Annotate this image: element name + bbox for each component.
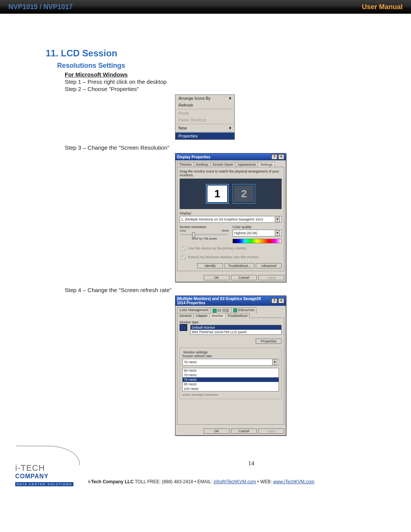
dropdown-arrow-icon (272, 359, 277, 365)
header-product: NVP1015 / NVP1017 (8, 3, 73, 11)
tabs-row: Color Management S3 信息 S3DuoVue General … (175, 306, 286, 318)
list-item[interactable]: 60 Hertz (183, 368, 279, 373)
colorquality-dropdown[interactable]: Highest (32 bit) (233, 230, 282, 236)
context-menu: Arrange Icons By Refresh Paste Paste Sho… (175, 94, 235, 140)
logo-tagline: DATA CENTER SOLUTIONS (15, 482, 73, 486)
drag-hint: Drag the monitor icons to match the phys… (180, 169, 282, 177)
footer-web-link[interactable]: www.iTechKVM.com (273, 479, 315, 484)
troubleshoot-button[interactable]: Troubleshoot... (225, 263, 254, 268)
identify-button[interactable]: Identify (197, 263, 223, 268)
extend-desktop-checkbox: Extend my Windows desktop onto this moni… (180, 254, 282, 261)
tab-themes[interactable]: Themes (177, 162, 194, 167)
ctx-refresh-label: Refresh (178, 103, 193, 107)
apply-button[interactable]: Apply (258, 275, 284, 280)
ctx-arrange-label: Arrange Icons By (178, 96, 210, 101)
monitor-arrangement[interactable]: 1 2 (180, 179, 282, 209)
monitor-2-icon[interactable]: 2 (233, 184, 255, 204)
list-item[interactable]: 70 Hertz (183, 373, 279, 377)
footer-text: i-Tech Company LLC TOLL FREE: (888) 483-… (81, 479, 396, 487)
monitor-settings-group: Monitor settings Screen refresh rate: 75… (180, 348, 282, 399)
footer-email-link[interactable]: info@iTechKVM.com (213, 479, 256, 484)
company-logo: i-TECH COMPANY DATA CENTER SOLUTIONS (15, 446, 81, 487)
window-titlebar[interactable]: Display Properties ? × (175, 153, 286, 160)
ctx-paste-shortcut: Paste Shortcut (175, 117, 234, 123)
header-bar: NVP1015 / NVP1017 User Manual (0, 0, 411, 14)
apply-button[interactable]: Apply (258, 428, 284, 434)
resolution-slider[interactable] (180, 234, 228, 235)
step-1: Step 1 – Press right click on the deskto… (65, 78, 365, 85)
footer-company: i-Tech Company LLC (88, 479, 134, 484)
tab-adapter[interactable]: Adapter (193, 313, 210, 318)
display-label: Display: (180, 211, 282, 215)
monitor-pane: Monitor type Default Monitor IBM ThinkPa… (177, 318, 284, 425)
refresh-rate-list[interactable]: 60 Hertz 70 Hertz 75 Hertz 85 Hertz 100 … (182, 368, 279, 391)
tab-monitor[interactable]: Monitor (210, 313, 226, 318)
window-titlebar[interactable]: (Multiple Monitors) and S3 Graphics Sava… (175, 296, 286, 306)
refresh-rate-dropdown[interactable]: 75 Hertz (182, 359, 279, 366)
ctx-separator (176, 132, 234, 132)
ok-button[interactable]: OK (204, 428, 229, 434)
advanced-button[interactable]: Advanced (256, 263, 282, 268)
dropdown-arrow-icon (275, 217, 280, 222)
ctx-refresh[interactable]: Refresh (175, 102, 234, 109)
header-doc-title: User Manual (362, 3, 403, 11)
ctx-paste-shortcut-label: Paste Shortcut (178, 118, 206, 122)
monitor-properties-window: (Multiple Monitors) and S3 Graphics Sava… (175, 296, 286, 436)
ctx-paste-label: Paste (178, 111, 189, 115)
ctx-separator (176, 109, 234, 109)
ctx-paste: Paste (175, 110, 234, 117)
display-dropdown[interactable]: 1. (Multiple Monitors) on S3 Graphics Sa… (180, 216, 282, 223)
slider-more: More (222, 229, 229, 232)
colorquality-value: Highest (32 bit) (234, 231, 257, 235)
list-item[interactable]: 85 Hertz (183, 382, 279, 387)
submenu-arrow-icon (229, 97, 231, 100)
monitor-1-icon[interactable]: 1 (206, 184, 229, 204)
tab-appearance[interactable]: Appearance (235, 162, 258, 167)
ctx-arrange-icons[interactable]: Arrange Icons By (175, 95, 234, 102)
cancel-button[interactable]: Cancel (231, 428, 257, 434)
cancel-button[interactable]: Cancel (231, 275, 257, 280)
logo-line2: COMPANY (15, 473, 81, 480)
tab-s3-info[interactable]: S3 信息 (210, 307, 232, 313)
slider-thumb[interactable] (192, 232, 195, 238)
ok-button[interactable]: OK (204, 275, 229, 280)
window-title: (Multiple Monitors) and S3 Graphics Sava… (177, 297, 271, 305)
refresh-rate-label: Screen refresh rate: (182, 354, 279, 358)
list-item[interactable]: 75 Hertz (183, 377, 279, 382)
close-button[interactable]: × (278, 298, 284, 304)
ctx-properties[interactable]: Properties (175, 133, 234, 139)
tab-settings[interactable]: Settings (258, 162, 275, 167)
submenu-arrow-icon (229, 126, 231, 129)
page-footer: i-TECH COMPANY DATA CENTER SOLUTIONS i-T… (0, 446, 411, 487)
list-item[interactable]: Default Monitor (191, 325, 281, 330)
slider-less: Less (180, 229, 186, 232)
tab-s3-duovue[interactable]: S3DuoVue (231, 307, 256, 313)
help-button[interactable]: ? (271, 154, 277, 160)
monitor-icon (180, 324, 187, 331)
step-2: Step 2 – Choose "Properties" (65, 86, 365, 92)
tab-color-management[interactable]: Color Management (177, 307, 211, 313)
help-button[interactable]: ? (271, 298, 277, 304)
footer-web-sep: • WEB: (256, 479, 273, 484)
resolution-value: 1024 by 768 pixels (180, 237, 229, 240)
tab-screensaver[interactable]: Screen Saver (210, 162, 236, 167)
tab-desktop[interactable]: Desktop (194, 162, 211, 167)
tab-troubleshoot[interactable]: Troubleshoot (225, 313, 250, 318)
resolution-label: Screen resolution (180, 225, 229, 229)
primary-monitor-checkbox: Use this device as the primary monitor. (180, 245, 282, 252)
ctx-new[interactable]: New (175, 125, 234, 131)
list-item[interactable]: IBM ThinkPad 1024x768 LCD panel (191, 330, 281, 334)
ctx-properties-label: Properties (178, 134, 198, 138)
display-value: 1. (Multiple Monitors) on S3 Graphics Sa… (181, 217, 263, 221)
properties-button[interactable]: Properties (256, 339, 282, 344)
refresh-rate-value: 75 Hertz (184, 360, 197, 364)
section-title: 11. LCD Session (46, 48, 365, 59)
close-button[interactable]: × (278, 154, 284, 160)
ctx-new-label: New (178, 126, 187, 130)
subsection-title: Resolutions Settings (57, 62, 365, 70)
monitor-type-list[interactable]: Default Monitor IBM ThinkPad 1024x768 LC… (190, 325, 282, 335)
tab-general[interactable]: General (177, 313, 194, 318)
window-title: Display Properties (177, 155, 210, 159)
list-item[interactable]: 100 Hertz (183, 387, 279, 391)
s3-icon (233, 308, 237, 312)
